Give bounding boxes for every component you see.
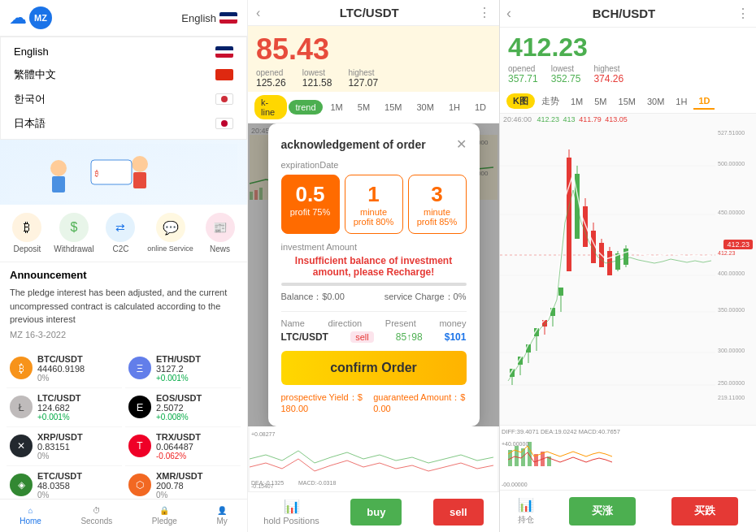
- right-sell-strong-button[interactable]: 买跌: [671, 497, 738, 526]
- mid-menu-icon[interactable]: ⋮: [478, 5, 491, 20]
- svg-rect-68: [515, 446, 519, 466]
- etc-price: 48.0358: [37, 481, 82, 491]
- eos-usdt-item[interactable]: E EOS/USDT 2.5072 +0.008%: [125, 388, 241, 427]
- eos-info: EOS/USDT 2.5072 +0.008%: [156, 393, 202, 422]
- service-text: service Charge：0%: [385, 291, 467, 303]
- hold-positions-button[interactable]: 📊 hold Positions: [263, 499, 319, 526]
- tab-15m[interactable]: 15M: [378, 100, 408, 115]
- exp-profit-0: profit 75%: [285, 207, 336, 217]
- tab-trend[interactable]: trend: [289, 100, 322, 115]
- svg-text:527.51000: 527.51000: [718, 130, 745, 136]
- service-button[interactable]: 💬 online Service: [147, 213, 193, 253]
- right-macd-svg: DIFF:39.4071 DEA:19.0242 MACD:40.7657 +4…: [500, 426, 756, 490]
- tab-30m[interactable]: 30M: [410, 100, 440, 115]
- eos-icon: E: [128, 396, 151, 418]
- c2c-button[interactable]: ⇄ C2C: [106, 213, 135, 253]
- language-selector[interactable]: English: [181, 12, 237, 24]
- trx-usdt-item[interactable]: T TRX/USDT 0.064487 -0.062%: [125, 427, 241, 466]
- sell-button[interactable]: sell: [433, 499, 484, 526]
- mid-back-icon[interactable]: ‹: [256, 6, 260, 20]
- right-tab-15m[interactable]: 15M: [614, 94, 641, 109]
- lang-english[interactable]: English: [1, 41, 246, 63]
- modal-close-button[interactable]: ✕: [456, 136, 467, 152]
- btc-info: BTC/USDT 44460.9198 0%: [37, 354, 85, 383]
- exp-option-2[interactable]: 3 minute profit 85%: [408, 175, 467, 234]
- right-buy-strong-button[interactable]: 买涨: [569, 497, 636, 526]
- lang-chinese[interactable]: 繁體中文: [1, 63, 246, 87]
- confirm-order-button[interactable]: confirm Order: [281, 351, 467, 385]
- tab-1d[interactable]: 1D: [468, 100, 493, 115]
- exp-option-0[interactable]: 0.5 profit 75%: [281, 175, 340, 234]
- btc-change: 0%: [37, 374, 85, 383]
- nav-my[interactable]: 👤 My: [216, 506, 227, 526]
- right-tab-30m[interactable]: 30M: [642, 94, 669, 109]
- xrp-price: 0.83151: [37, 442, 83, 452]
- k-badge[interactable]: K图: [506, 93, 535, 109]
- right-tab-5m[interactable]: 5M: [589, 94, 611, 109]
- order-present: 85↑98: [396, 331, 423, 343]
- withdrawal-button[interactable]: $ Withdrawal: [54, 213, 93, 253]
- btc-usdt-item[interactable]: ₿ BTC/USDT 44460.9198 0%: [7, 349, 122, 388]
- news-button[interactable]: 📰 News: [206, 213, 235, 253]
- lang-korean[interactable]: 한국어: [1, 87, 246, 111]
- ltc-usdt-item[interactable]: Ł LTC/USDT 124.682 +0.001%: [7, 388, 122, 427]
- tab-5m[interactable]: 5M: [351, 100, 376, 115]
- nav-home[interactable]: ⌂ Home: [20, 506, 41, 526]
- trx-info: TRX/USDT 0.064487 -0.062%: [156, 432, 201, 461]
- right-price-big: 412.23: [508, 32, 748, 63]
- col-name: Name: [281, 318, 305, 328]
- eth-usdt-item[interactable]: Ξ ETH/USDT 3127.2 +0.001%: [125, 349, 241, 388]
- exp-option-1[interactable]: 1 minute profit 80%: [345, 175, 403, 234]
- svg-text:250.00000: 250.00000: [718, 380, 745, 386]
- right-buy-label: 买涨: [592, 504, 613, 517]
- investment-slider[interactable]: [281, 283, 467, 286]
- order-modal: acknowledgement of order ✕ expirationDat…: [268, 123, 480, 426]
- right-bottom-nav: 📊 持仓 买涨 买跌: [500, 490, 756, 532]
- modal-order-table: Name direction Present money LTC/USDT se…: [281, 311, 467, 343]
- right-pair-title: BCH/USDT: [516, 6, 732, 20]
- xmr-usdt-item[interactable]: ⬡ XMR/USDT 200.78 0%: [125, 466, 241, 500]
- table-header: Name direction Present money: [281, 318, 467, 328]
- xmr-change: 0%: [156, 491, 202, 500]
- xmr-price: 200.78: [156, 481, 202, 491]
- right-tab-1h[interactable]: 1H: [671, 94, 692, 109]
- tab-1m[interactable]: 1M: [324, 100, 350, 115]
- svg-text:+0.08277: +0.08277: [251, 431, 275, 437]
- announcement-section: Announcement The pledge interest has bee…: [0, 262, 247, 346]
- cn-flag-icon: [215, 69, 233, 80]
- right-menu-icon[interactable]: ⋮: [736, 6, 749, 21]
- right-tab-1m[interactable]: 1M: [566, 94, 588, 109]
- lang-japanese[interactable]: 日本語: [1, 111, 246, 136]
- tab-1h[interactable]: 1H: [442, 100, 467, 115]
- etc-info: ETC/USDT 48.0358 0%: [37, 471, 82, 500]
- deposit-button[interactable]: ₿ Deposit: [12, 213, 41, 253]
- xrp-pair: XRP/USDT: [37, 432, 83, 442]
- right-candle-val2: 413: [563, 115, 576, 123]
- etc-usdt-item[interactable]: ◈ ETC/USDT 48.0358 0%: [7, 466, 122, 500]
- tab-kline[interactable]: k-line: [254, 95, 287, 119]
- mid-pair-title: LTC/USDT: [340, 6, 399, 19]
- left-bottom-nav: ⌂ Home ⏱ Seconds 🔒 Pledge 👤 My: [0, 499, 247, 532]
- eth-icon: Ξ: [128, 357, 151, 379]
- nav-pledge[interactable]: 🔒 Pledge: [152, 506, 177, 526]
- buy-button[interactable]: buy: [350, 499, 402, 526]
- xrp-usdt-item[interactable]: ✕ XRP/USDT 0.83151 0%: [7, 427, 122, 466]
- mid-lowest-stat: lowest 121.58: [302, 68, 332, 89]
- right-back-icon[interactable]: ‹: [506, 5, 511, 22]
- right-macd-section: DIFF:39.4071 DEA:19.0242 MACD:40.7657 +4…: [500, 425, 756, 490]
- right-candle-val1: 412.23: [537, 115, 560, 123]
- order-money: $101: [445, 331, 467, 343]
- eth-info: ETH/USDT 3127.2 +0.001%: [156, 354, 201, 383]
- right-tab-trend[interactable]: 走势: [537, 93, 564, 110]
- right-tab-1d[interactable]: 1D: [693, 93, 715, 110]
- jp-flag-icon: [215, 118, 233, 129]
- right-hold-positions[interactable]: 📊 持仓: [518, 497, 534, 526]
- svg-rect-61: [607, 251, 612, 275]
- nav-seconds[interactable]: ⏱ Seconds: [80, 506, 112, 526]
- home-icon: ⌂: [28, 506, 33, 515]
- crypto-row-4: ◈ ETC/USDT 48.0358 0% ⬡ XMR/USDT 200.78 …: [7, 466, 241, 500]
- right-highest-label: highest: [593, 64, 623, 73]
- trx-price: 0.064487: [156, 442, 201, 452]
- right-candlestick-chart: 527.51000 500.00000 450.00000 412.23 400…: [500, 125, 756, 401]
- right-price-stats: opened 357.71 lowest 352.75 highest 374.…: [508, 64, 748, 84]
